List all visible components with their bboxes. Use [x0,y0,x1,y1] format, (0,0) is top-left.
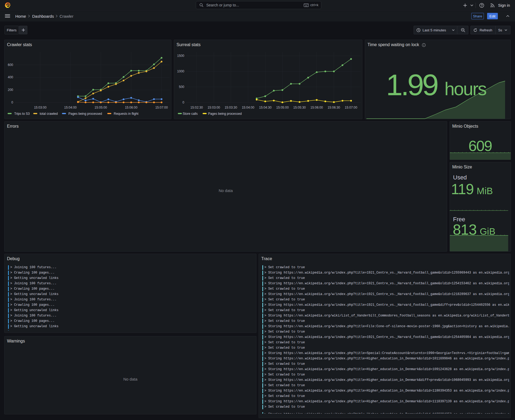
svg-text:15:04:00: 15:04:00 [242,106,254,109]
svg-text:15:05:30: 15:05:30 [293,106,306,109]
svg-text:Pages being processed: Pages being processed [208,112,242,116]
svg-text:Requests in flight: Requests in flight [114,112,139,116]
svg-text:15:06:00: 15:06:00 [310,106,323,109]
svg-text:15:03:00: 15:03:00 [208,106,220,109]
svg-text:15:05:00: 15:05:00 [94,106,107,109]
svg-text:15:04:30: 15:04:30 [259,106,272,109]
svg-text:15:07:00: 15:07:00 [345,106,357,109]
svg-text:15:03:00: 15:03:00 [34,106,47,109]
svg-text:15:06:30: 15:06:30 [328,106,340,109]
svg-text:hours: hours [444,79,486,99]
svg-text:500: 500 [179,85,184,89]
svg-text:Pages being processed: Pages being processed [68,112,102,116]
svg-text:119: 119 [451,181,474,197]
svg-text:600: 600 [8,63,13,67]
svg-text:0: 0 [11,101,13,104]
svg-text:1.99: 1.99 [386,68,437,102]
svg-text:Used: Used [453,174,467,181]
svg-text:Store calls: Store calls [183,112,198,116]
svg-text:15:06:00: 15:06:00 [125,106,138,109]
svg-text:609: 609 [468,137,492,154]
svg-text:15:04:00: 15:04:00 [64,106,77,109]
svg-text:15:03:30: 15:03:30 [225,106,237,109]
svg-text:15:05:00: 15:05:00 [276,106,289,109]
svg-text:MiB: MiB [477,186,493,196]
svg-text:15:02:30: 15:02:30 [190,106,203,109]
svg-text:1000: 1000 [177,69,184,73]
svg-text:15:07:00: 15:07:00 [155,106,168,109]
svg-text:0: 0 [182,101,184,104]
svg-text:400: 400 [8,75,13,79]
svg-text:1500: 1500 [177,54,184,58]
svg-text:Trips to S3: Trips to S3 [14,112,30,116]
svg-text:200: 200 [8,88,13,92]
svg-text:total crawled: total crawled [40,112,58,116]
